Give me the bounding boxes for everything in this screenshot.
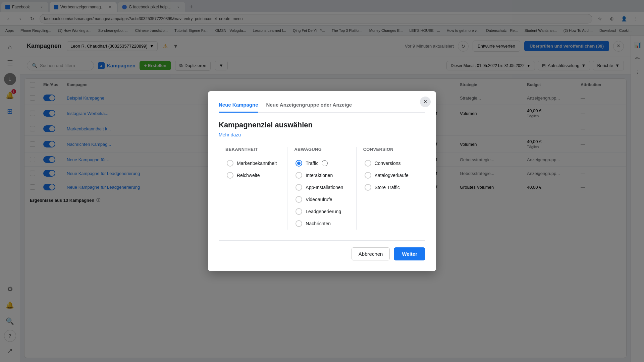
label-interaktionen: Interaktionen	[306, 173, 333, 178]
label-app-installationen: App-Installationen	[306, 185, 343, 190]
objective-markenbekanntheit[interactable]: Markenbekanntheit	[225, 157, 280, 169]
column-title-abwaegung: Abwägung	[294, 147, 349, 152]
radio-videoaufrufe[interactable]	[296, 196, 302, 203]
objective-app-installationen[interactable]: App-Installationen	[294, 181, 349, 193]
objective-katalogverkauefe[interactable]: Katalogverkäufe	[363, 169, 419, 181]
column-title-conversion: Conversion	[363, 147, 419, 152]
traffic-info-icon[interactable]: i	[322, 160, 328, 166]
label-conversions: Conversions	[375, 161, 401, 166]
objective-column-bekanntheit: Bekanntheit Markenbekanntheit Reichweite	[219, 147, 287, 230]
radio-conversions[interactable]	[365, 160, 371, 167]
objective-reichweite[interactable]: Reichweite	[225, 169, 280, 181]
label-store-traffic: Store Traffic	[375, 185, 400, 190]
next-button[interactable]: Weiter	[394, 247, 425, 260]
radio-interaktionen[interactable]	[296, 172, 302, 179]
label-katalogverkauefe: Katalogverkäufe	[375, 173, 409, 178]
cancel-button[interactable]: Abbrechen	[352, 247, 390, 260]
radio-store-traffic[interactable]	[365, 184, 371, 191]
tab-neue-anzeigengruppe[interactable]: Neue Anzeigengruppe oder Anzeige	[266, 102, 352, 113]
radio-markenbekanntheit[interactable]	[227, 160, 233, 167]
close-icon: ×	[424, 98, 427, 105]
objective-column-conversion: Conversion Conversions Katalogverkäufe S…	[357, 147, 425, 230]
modal-close-button[interactable]: ×	[420, 97, 431, 107]
tab-neue-kampagne[interactable]: Neue Kampagne	[219, 102, 258, 113]
label-reichweite: Reichweite	[237, 173, 260, 178]
objective-interaktionen[interactable]: Interaktionen	[294, 169, 349, 181]
modal-footer: Abbrechen Weiter	[219, 240, 425, 260]
modal-subtitle[interactable]: Mehr dazu	[219, 132, 425, 137]
label-traffic: Traffic	[306, 161, 318, 166]
radio-nachrichten[interactable]	[296, 220, 302, 227]
radio-leadgenerierung[interactable]	[296, 208, 302, 215]
campaign-objective-modal: × Neue Kampagne Neue Anzeigengruppe oder…	[208, 91, 436, 271]
label-nachrichten: Nachrichten	[306, 221, 331, 226]
modal-tabs: Neue Kampagne Neue Anzeigengruppe oder A…	[219, 102, 425, 113]
objective-traffic[interactable]: Traffic i	[294, 157, 349, 169]
objective-leadgenerierung[interactable]: Leadgenerierung	[294, 205, 349, 218]
objective-conversions[interactable]: Conversions	[363, 157, 419, 169]
column-title-bekanntheit: Bekanntheit	[225, 147, 280, 152]
label-videoaufrufe: Videoaufrufe	[306, 197, 332, 202]
objective-column-abwaegung: Abwägung Traffic i Interaktionen App-Ins…	[287, 147, 356, 230]
objective-grid: Bekanntheit Markenbekanntheit Reichweite…	[219, 147, 425, 230]
label-leadgenerierung: Leadgenerierung	[306, 209, 341, 214]
modal-overlay[interactable]: × Neue Kampagne Neue Anzeigengruppe oder…	[0, 0, 644, 362]
label-markenbekanntheit: Markenbekanntheit	[237, 161, 277, 166]
objective-store-traffic[interactable]: Store Traffic	[363, 181, 419, 193]
radio-traffic[interactable]	[296, 160, 302, 167]
modal-title: Kampagnenziel auswählen	[219, 121, 425, 129]
radio-reichweite[interactable]	[227, 172, 233, 179]
objective-videoaufrufe[interactable]: Videoaufrufe	[294, 193, 349, 205]
radio-app-installationen[interactable]	[296, 184, 302, 191]
radio-katalogverkauefe[interactable]	[365, 172, 371, 179]
objective-nachrichten[interactable]: Nachrichten	[294, 218, 349, 230]
